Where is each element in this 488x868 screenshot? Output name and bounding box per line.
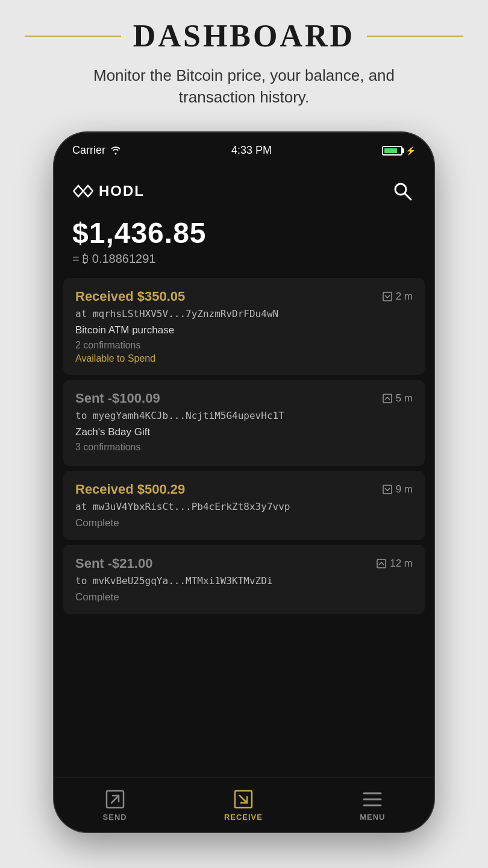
tx-time-label-4: 12 m xyxy=(390,558,413,570)
title-line-right xyxy=(367,36,463,37)
tx-address-4: to mvKvBeU25gqYa...MTMxi1W3KTMvZDi xyxy=(75,575,413,587)
tx-amount-2: Sent -$100.09 xyxy=(75,391,160,406)
receive-icon xyxy=(233,788,254,810)
tx-label-2: Zach's Bday Gift xyxy=(75,426,413,438)
tx-amount-3: Received $500.29 xyxy=(75,482,185,497)
tx-time-4: 12 m xyxy=(377,558,413,570)
balance-btc: = ₿ 0.18861291 xyxy=(72,252,416,266)
tx-time-3: 9 m xyxy=(383,483,413,495)
page-title: DASHBOARD xyxy=(133,18,355,54)
menu-label: MENU xyxy=(360,813,385,822)
tx-confirmations-2: 3 confirmations xyxy=(75,442,413,453)
tx-time-label-2: 5 m xyxy=(396,392,413,404)
nav-menu[interactable]: MENU xyxy=(348,784,397,826)
transaction-card-3[interactable]: Received $500.29 9 m at mw3uV4YbxRisCt..… xyxy=(63,471,425,540)
search-button[interactable] xyxy=(389,178,416,204)
svg-rect-2 xyxy=(383,292,392,301)
tx-status-3: Complete xyxy=(75,517,413,529)
carrier-label: Carrier xyxy=(72,144,105,157)
balance-usd: $1,436.85 xyxy=(72,216,416,250)
phone-frame: Carrier 4:33 PM ⚡ HODL xyxy=(54,133,434,832)
tx-sent-icon-2 xyxy=(383,394,392,403)
app-logo: HODL xyxy=(72,183,145,200)
logo-diamond-icon xyxy=(72,183,94,199)
tx-received-icon-3 xyxy=(383,485,392,494)
receive-label: RECEIVE xyxy=(224,813,263,822)
tx-time-2: 5 m xyxy=(383,392,413,404)
nav-receive[interactable]: RECEIVE xyxy=(212,784,275,826)
tx-address-3: at mw3uV4YbxRisCt...Pb4cErkZt8x3y7vvp xyxy=(75,501,413,512)
transaction-card-2[interactable]: Sent -$100.09 5 m to myegYamh4KCJb...Ncj… xyxy=(63,380,425,466)
tx-amount-4: Sent -$21.00 xyxy=(75,556,152,571)
nav-send[interactable]: SEND xyxy=(91,784,139,826)
svg-line-1 xyxy=(405,193,411,200)
tx-address-1: at mqrhsLStHXV5V...7yZnzmRvDrFDu4wN xyxy=(75,308,413,319)
tx-label-1: Bitcoin ATM purchase xyxy=(75,324,413,336)
balance-section: $1,436.85 = ₿ 0.18861291 xyxy=(54,210,434,278)
send-icon xyxy=(104,788,126,810)
charging-icon: ⚡ xyxy=(405,146,416,156)
status-bar-right: ⚡ xyxy=(382,146,416,156)
tx-time-label-1: 2 m xyxy=(396,291,413,303)
page-subtitle: Monitor the Bitcoin price, your balance,… xyxy=(63,64,425,108)
tx-received-icon-1 xyxy=(383,292,392,301)
app-content: HODL $1,436.85 = ₿ 0.18861291 Received $… xyxy=(54,169,434,832)
svg-rect-4 xyxy=(383,485,392,494)
tx-top-row-1: Received $350.05 2 m xyxy=(75,289,413,304)
svg-rect-3 xyxy=(383,394,392,403)
bottom-nav: SEND RECEIVE xyxy=(54,778,434,832)
status-bar-time: 4:33 PM xyxy=(231,144,272,157)
page-header: DASHBOARD Monitor the Bitcoin price, you… xyxy=(0,0,488,121)
tx-time-1: 2 m xyxy=(383,291,413,303)
send-label: SEND xyxy=(103,813,127,822)
tx-time-label-3: 9 m xyxy=(396,483,413,495)
transaction-card-4[interactable]: Sent -$21.00 12 m to mvKvBeU25gqYa...MTM… xyxy=(63,545,425,614)
title-line-left xyxy=(25,36,121,37)
title-row: DASHBOARD xyxy=(0,18,488,54)
battery-fill xyxy=(384,148,397,153)
tx-status-4: Complete xyxy=(75,591,413,603)
status-bar-left: Carrier xyxy=(72,144,121,157)
battery-icon xyxy=(382,146,402,156)
tx-top-row-3: Received $500.29 9 m xyxy=(75,482,413,497)
tx-top-row-2: Sent -$100.09 5 m xyxy=(75,391,413,406)
transactions-list: Received $350.05 2 m at mqrhsLStHXV5V...… xyxy=(54,278,434,778)
tx-address-2: to myegYamh4KCJb...NcjtiM5G4upevHc1T xyxy=(75,410,413,421)
tx-sent-icon-4 xyxy=(377,559,386,568)
tx-top-row-4: Sent -$21.00 12 m xyxy=(75,556,413,571)
svg-rect-5 xyxy=(377,559,386,568)
tx-confirmations-1: 2 confirmations xyxy=(75,340,413,351)
tx-amount-1: Received $350.05 xyxy=(75,289,185,304)
status-bar: Carrier 4:33 PM ⚡ xyxy=(54,133,434,169)
tx-status-1: Available to Spend xyxy=(75,353,413,364)
app-header: HODL xyxy=(54,169,434,210)
transaction-card-1[interactable]: Received $350.05 2 m at mqrhsLStHXV5V...… xyxy=(63,278,425,375)
logo-text: HODL xyxy=(99,183,145,200)
menu-icon xyxy=(361,788,383,810)
wifi-icon xyxy=(110,146,121,155)
